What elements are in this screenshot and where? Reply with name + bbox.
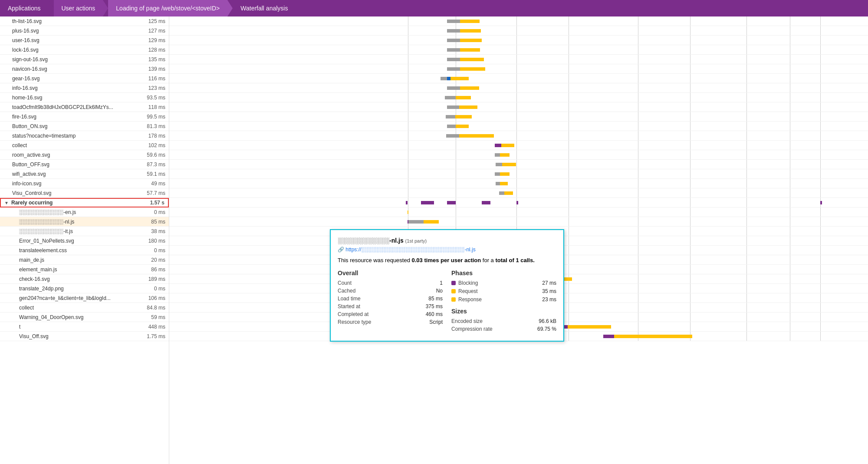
popup-row-label: Resource type <box>338 319 371 325</box>
resource-row[interactable]: th-list-16.svg125 ms <box>0 16 169 26</box>
timeline-line <box>790 112 790 121</box>
popup-row-label: Count <box>338 280 352 286</box>
resource-row[interactable]: fire-16.svg99.5 ms <box>0 112 169 122</box>
timeline-line <box>820 169 821 178</box>
timeline-line <box>690 169 690 178</box>
timeline-line <box>746 36 747 45</box>
resource-row[interactable]: translateelement.css0 ms <box>0 246 169 255</box>
waterfall-bar <box>495 153 500 157</box>
resource-row[interactable]: plus-16.svg127 ms <box>0 26 169 36</box>
timeline-line <box>790 188 790 197</box>
timeline-line <box>746 293 747 303</box>
resource-row[interactable]: Button_OFF.svg87.3 ms <box>0 160 169 169</box>
popup-link[interactable]: 🔗 https://░░░░░░░░░░░░░░░░░░░░░░░░░░░░-n… <box>338 247 556 253</box>
resource-row[interactable]: lock-16.svg128 ms <box>0 45 169 55</box>
timeline-line <box>790 55 790 64</box>
timeline-line <box>820 293 821 303</box>
nav-applications[interactable]: Applications <box>0 0 49 16</box>
timeline-line <box>516 150 517 159</box>
resource-row[interactable]: info-16.svg123 ms <box>0 83 169 93</box>
resource-row[interactable]: collect102 ms <box>0 141 169 150</box>
timeline-line <box>569 236 569 245</box>
waterfall-row <box>169 26 868 36</box>
resource-row[interactable]: sign-out-16.svg135 ms <box>0 55 169 64</box>
resource-row[interactable]: toadOcfmIt9b38dHJxOBGCP2LEk6lMzYs...118 … <box>0 102 169 112</box>
resource-row[interactable]: home-16.svg93.5 ms <box>0 93 169 102</box>
waterfall-bar <box>441 77 447 80</box>
resource-row[interactable]: Warning_04_DoorOpen.svg59 ms <box>0 313 169 322</box>
resource-time: 127 ms <box>137 28 165 34</box>
timeline-line <box>790 16 790 26</box>
nav-user-actions-label: User actions <box>62 5 95 12</box>
timeline-line <box>516 26 517 35</box>
phase-name: Blocking <box>458 280 542 286</box>
timeline-line <box>820 131 821 140</box>
resource-row[interactable]: check-16.svg189 ms <box>0 274 169 284</box>
popup-overall-row: Completed at460 ms <box>338 311 443 317</box>
resource-row[interactable]: element_main.js86 ms <box>0 265 169 274</box>
timeline-line <box>820 332 821 341</box>
resource-time: 20 ms <box>137 257 165 263</box>
timeline-line <box>690 93 690 102</box>
nav-user-actions[interactable]: User actions <box>54 0 103 16</box>
timeline-line <box>638 255 638 264</box>
timeline-line <box>790 265 790 274</box>
resource-row[interactable]: navicon-16.svg139 ms <box>0 64 169 74</box>
phase-value: 35 ms <box>542 288 556 294</box>
timeline-line <box>690 83 690 92</box>
popup-row-value: Script <box>429 319 443 325</box>
resource-row[interactable]: main_de.js20 ms <box>0 255 169 265</box>
nav-waterfall-analysis[interactable]: Waterfall analysis <box>233 0 296 16</box>
timeline-line <box>569 293 569 303</box>
popup-overall-row: CachedNo <box>338 288 443 294</box>
resource-row[interactable]: Visu_Control.svg57.7 ms <box>0 188 169 198</box>
resource-row[interactable]: t448 ms <box>0 322 169 332</box>
timeline-line <box>638 93 638 102</box>
waterfall-row <box>169 55 868 64</box>
resource-time: 129 ms <box>137 37 165 43</box>
timeline-line <box>569 36 569 45</box>
waterfall-bar <box>446 115 455 118</box>
timeline-line <box>456 179 456 188</box>
resource-row[interactable]: user-16.svg129 ms <box>0 36 169 45</box>
resource-row[interactable]: ░░░░░░░░░░░░-nl.js85 ms <box>0 217 169 227</box>
timeline-line <box>820 150 821 159</box>
resource-row[interactable]: wifi_active.svg59.1 ms <box>0 169 169 179</box>
waterfall-bar <box>447 58 460 61</box>
waterfall-bar <box>495 144 501 147</box>
timeline-line <box>408 179 408 188</box>
resource-row[interactable]: Error_01_NoPellets.svg180 ms <box>0 236 169 246</box>
resource-row[interactable]: translate_24dp.png0 ms <box>0 284 169 293</box>
resource-row[interactable]: gear-16.svg116 ms <box>0 74 169 83</box>
resource-row[interactable]: Button_ON.svg81.3 ms <box>0 122 169 131</box>
resource-row[interactable]: ▼ Rarely occurring1.57 s <box>0 198 169 207</box>
resource-row[interactable]: Visu_Off.svg1.75 ms <box>0 332 169 341</box>
timeline-line <box>569 141 569 150</box>
resource-row[interactable]: collect84.8 ms <box>0 303 169 313</box>
waterfall-row <box>169 112 868 122</box>
timeline-line <box>746 265 747 274</box>
timeline-line <box>746 217 747 226</box>
resource-list[interactable]: th-list-16.svg125 msplus-16.svg127 msuse… <box>0 16 169 464</box>
timeline-line <box>790 255 790 264</box>
waterfall-bar <box>455 115 472 118</box>
timeline-line <box>456 198 456 207</box>
waterfall-bar <box>447 125 456 128</box>
waterfall-bar <box>450 77 469 80</box>
nav-loading-page[interactable]: Loading of page /web/stove/<stoveID> <box>108 0 227 16</box>
timeline-line <box>408 102 408 112</box>
waterfall-bar <box>456 96 471 99</box>
resource-row[interactable]: ░░░░░░░░░░░░-it.js38 ms <box>0 227 169 236</box>
resource-row[interactable]: ░░░░░░░░░░░░-en.js0 ms <box>0 207 169 217</box>
phase-dot-icon <box>451 297 456 302</box>
group-toggle-icon[interactable]: ▼ <box>4 201 11 205</box>
resource-time: 0 ms <box>137 247 165 253</box>
resource-row[interactable]: info-icon.svg49 ms <box>0 179 169 188</box>
waterfall-row <box>169 217 868 227</box>
resource-row[interactable]: gen204?nca=te_li&client=te_lib&logId...1… <box>0 293 169 303</box>
timeline-line <box>516 160 517 169</box>
resource-row[interactable]: status?nocache=timestamp178 ms <box>0 131 169 141</box>
timeline-line <box>820 122 821 131</box>
resource-row[interactable]: room_active.svg59.6 ms <box>0 150 169 160</box>
waterfall-bar <box>460 48 480 52</box>
